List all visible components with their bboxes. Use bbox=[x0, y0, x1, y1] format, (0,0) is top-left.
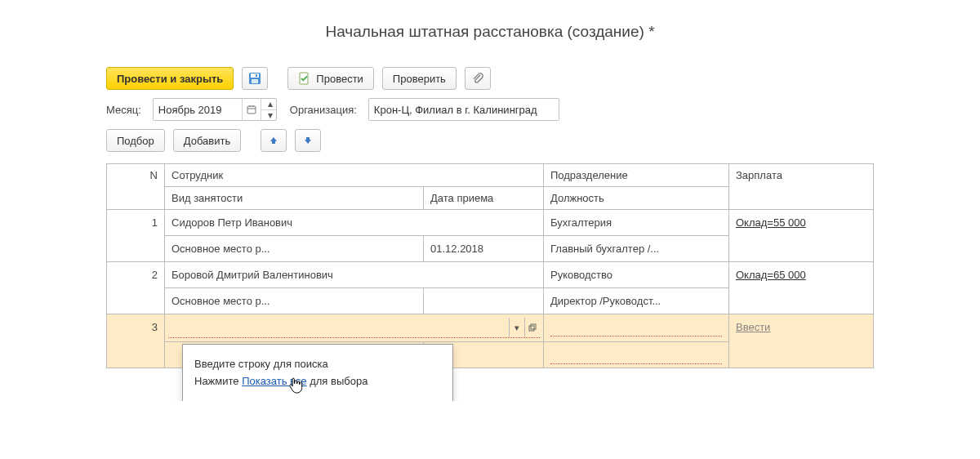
move-down-button[interactable] bbox=[295, 129, 321, 152]
move-up-button[interactable] bbox=[261, 129, 287, 152]
calendar-icon[interactable] bbox=[243, 99, 261, 120]
column-header-hire-date[interactable]: Дата приема bbox=[424, 187, 544, 210]
document-check-icon bbox=[298, 72, 311, 85]
dropdown-button[interactable]: ▾ bbox=[509, 318, 524, 337]
popup-show-all-link-inline[interactable]: Показать все bbox=[242, 375, 306, 387]
column-header-n[interactable]: N bbox=[107, 164, 165, 210]
table-row[interactable]: 2 Боровой Дмитрий Валентинович Руководст… bbox=[107, 262, 874, 288]
popup-select-prefix: Нажмите bbox=[194, 375, 242, 387]
popup-select-suffix: для выбора bbox=[307, 375, 368, 387]
row-number: 2 bbox=[107, 262, 165, 314]
hire-date-cell[interactable]: 01.12.2018 bbox=[424, 236, 544, 262]
svg-rect-5 bbox=[247, 106, 256, 114]
row-number: 1 bbox=[107, 210, 165, 262]
submit-button-label: Провести bbox=[316, 73, 363, 85]
organization-input[interactable] bbox=[369, 99, 559, 120]
popup-search-hint: Введите строку для поиска bbox=[194, 356, 441, 373]
column-header-position[interactable]: Должность bbox=[544, 187, 729, 210]
toolbar: Провести и закрыть Провести Проверить bbox=[106, 64, 874, 163]
add-button[interactable]: Добавить bbox=[173, 129, 241, 152]
employee-input[interactable] bbox=[168, 318, 509, 337]
table-row-active[interactable]: 3 ▾ bbox=[107, 314, 874, 342]
employee-cell[interactable]: Сидоров Петр Иванович bbox=[165, 210, 544, 236]
open-dialog-button[interactable] bbox=[524, 318, 540, 337]
floppy-disk-icon bbox=[248, 72, 261, 85]
page-title: Начальная штатная расстановка (создание)… bbox=[106, 23, 874, 41]
month-field[interactable]: ▴ ▾ bbox=[153, 98, 277, 121]
svg-rect-3 bbox=[256, 74, 257, 77]
column-header-job-type[interactable]: Вид занятости bbox=[165, 187, 424, 210]
position-cell[interactable]: Директор /Руководст... bbox=[544, 288, 729, 314]
column-header-department[interactable]: Подразделение bbox=[544, 164, 729, 187]
svg-rect-1 bbox=[251, 74, 259, 78]
position-input-placeholder[interactable] bbox=[550, 345, 722, 364]
open-external-icon bbox=[528, 323, 537, 332]
staff-table: N Сотрудник Подразделение Зарплата Вид з… bbox=[106, 163, 874, 368]
organization-label: Организация: bbox=[290, 104, 357, 116]
month-input[interactable] bbox=[154, 99, 242, 120]
select-button[interactable]: Подбор bbox=[106, 129, 165, 152]
salary-enter-link[interactable]: Ввести bbox=[736, 321, 770, 333]
table-row[interactable]: 1 Сидоров Петр Иванович Бухгалтерия Окла… bbox=[107, 210, 874, 236]
svg-rect-9 bbox=[529, 326, 534, 331]
arrow-up-icon bbox=[269, 136, 278, 145]
svg-rect-10 bbox=[531, 324, 536, 329]
salary-cell[interactable]: Оклад=65 000 bbox=[736, 269, 806, 281]
arrow-down-icon bbox=[303, 136, 313, 145]
department-cell[interactable]: Руководство bbox=[544, 262, 729, 288]
paperclip-icon bbox=[471, 72, 484, 85]
row-number: 3 bbox=[107, 314, 165, 368]
check-button-label: Проверить bbox=[393, 73, 446, 85]
column-header-salary[interactable]: Зарплата bbox=[729, 164, 874, 210]
svg-rect-2 bbox=[252, 79, 258, 83]
department-input-placeholder[interactable] bbox=[550, 318, 722, 336]
job-type-cell[interactable]: Основное место р... bbox=[165, 288, 424, 314]
submit-button[interactable]: Провести bbox=[287, 67, 374, 90]
attach-button[interactable] bbox=[465, 67, 491, 90]
submit-close-button[interactable]: Провести и закрыть bbox=[106, 67, 234, 90]
organization-field[interactable] bbox=[368, 98, 559, 121]
employee-cell[interactable]: Боровой Дмитрий Валентинович bbox=[165, 262, 544, 288]
salary-cell[interactable]: Оклад=55 000 bbox=[736, 216, 806, 229]
employee-dropdown-popup: Введите строку для поиска Нажмите Показа… bbox=[182, 344, 453, 401]
position-cell[interactable]: Главный бухгалтер /... bbox=[544, 236, 729, 262]
job-type-cell[interactable]: Основное место р... bbox=[165, 236, 424, 262]
month-label: Месяц: bbox=[106, 104, 141, 116]
check-button[interactable]: Проверить bbox=[382, 67, 457, 90]
column-header-employee[interactable]: Сотрудник bbox=[165, 164, 544, 187]
department-cell[interactable]: Бухгалтерия bbox=[544, 210, 729, 236]
chevron-down-icon: ▾ bbox=[514, 323, 519, 333]
month-down-button[interactable]: ▾ bbox=[261, 110, 277, 121]
save-button[interactable] bbox=[242, 67, 268, 90]
hire-date-cell[interactable] bbox=[424, 288, 544, 314]
month-up-button[interactable]: ▴ bbox=[261, 99, 277, 110]
